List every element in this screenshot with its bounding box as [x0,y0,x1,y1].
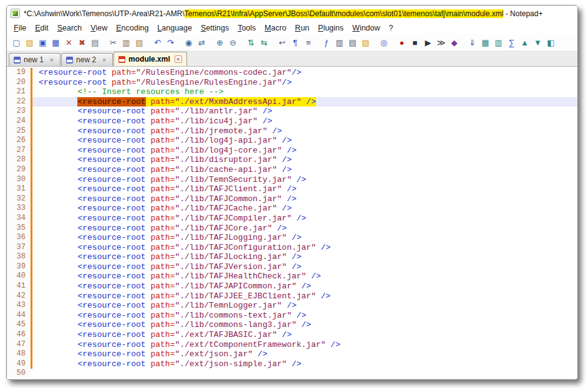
sync-vertical-icon[interactable]: ⇅ [245,37,257,49]
code-line-27[interactable]: 27 <resource-root path="./lib/log4j-core… [7,146,577,156]
menu-item-search[interactable]: Search [53,22,87,34]
menu-item-file[interactable]: File [9,22,31,34]
redo-icon[interactable]: ↷ [165,37,176,49]
menu-item-macro[interactable]: Macro [260,22,291,34]
menu-item-view[interactable]: View [86,22,112,34]
line-number[interactable]: 26 [7,136,31,146]
menu-item-window[interactable]: Window [348,22,384,34]
tab-close-icon[interactable]: × [175,55,182,63]
line-number[interactable]: 42 [7,291,31,301]
sync-horizontal-icon[interactable]: ⇆ [258,37,270,49]
code-line-50[interactable]: 50 [7,369,577,379]
code-line-28[interactable]: 28 <resource-root path="./lib/disruptor.… [7,155,577,165]
code-line-39[interactable]: 39 <resource-root path="./lib/TAFJVersio… [7,262,577,272]
line-number[interactable]: 37 [7,243,31,253]
paste-icon[interactable]: ▧ [133,37,145,49]
line-number[interactable]: 46 [7,330,31,340]
cut-icon[interactable]: ✂ [107,37,119,49]
line-number[interactable]: 25 [7,126,31,136]
code-line-42[interactable]: 42 <resource-root path="./lib/TAFJJEE_EJ… [7,291,577,301]
menu-item-settings[interactable]: Settings [196,22,233,34]
menu-item-help[interactable]: ? [385,22,398,34]
plugin-table-icon[interactable]: ▥ [493,37,504,49]
macro-record-icon[interactable]: ● [396,37,408,49]
line-number[interactable]: 31 [7,184,31,194]
function-list-icon[interactable]: ƒ [321,37,332,49]
menu-item-language[interactable]: Language [153,22,196,34]
line-number[interactable]: 20 [7,78,31,88]
code-line-20[interactable]: 20<resource-root path="/RulesEngine/Rule… [7,78,577,88]
code-line-30[interactable]: 30 <resource-root path="./lib/TemnSecuri… [7,175,577,185]
code-line-48[interactable]: 48 <resource-root path="./ext/json.jar" … [7,349,577,359]
line-number[interactable]: 30 [7,175,31,185]
code-line-23[interactable]: 23 <resource-root path="./lib/antlr.jar"… [7,106,577,116]
undo-icon[interactable]: ↶ [152,37,163,49]
macro-play-icon[interactable]: ▶ [422,37,434,49]
editor-area[interactable]: 19<resource-root path="/RulesEngine/comm… [7,67,577,379]
new-file-icon[interactable]: ▢ [11,37,22,49]
code-line-40[interactable]: 40 <resource-root path="./lib/TAFJHealth… [7,272,577,282]
menu-item-edit[interactable]: Edit [31,22,53,34]
line-number[interactable]: 36 [7,233,31,243]
line-number[interactable]: 24 [7,116,31,126]
line-number[interactable]: 19 [7,68,31,78]
macro-stop-icon[interactable]: ■ [409,37,421,49]
line-number[interactable]: 48 [7,349,31,359]
save-all-icon[interactable]: ▦ [50,37,62,49]
line-number[interactable]: 27 [7,146,31,156]
line-number[interactable]: 23 [7,106,31,116]
code-line-44[interactable]: 44 <resource-root path="./lib/commons-te… [7,311,577,321]
macro-run-multiple-icon[interactable]: ≫ [435,37,447,49]
line-number[interactable]: 29 [7,165,31,175]
code-line-43[interactable]: 43 <resource-root path="./lib/TemnLogger… [7,301,577,311]
line-number[interactable]: 32 [7,194,31,204]
code-line-37[interactable]: 37 <resource-root path="./lib/TAFJConfig… [7,243,577,253]
close-all-icon[interactable]: ✖ [76,37,88,49]
code-line-19[interactable]: 19<resource-root path="/RulesEngine/comm… [7,68,577,78]
code-line-45[interactable]: 45 <resource-root path="./lib/commons-la… [7,320,577,330]
menu-item-plugins[interactable]: Plugins [314,22,348,34]
code-line-46[interactable]: 46 <resource-root path="./ext/TAFJBASIC.… [7,330,577,340]
open-folder-icon[interactable]: ▨ [24,37,36,49]
line-number[interactable]: 43 [7,301,31,311]
line-number[interactable]: 28 [7,155,31,165]
document-list-icon[interactable]: ▤ [347,37,359,49]
zoom-out-icon[interactable]: ⊖ [227,37,239,49]
code-line-34[interactable]: 34 <resource-root path="./lib/TAFJCompil… [7,214,577,224]
plugin-sort-desc-icon[interactable]: ▼ [532,37,544,49]
code-line-47[interactable]: 47 <resource-root path="./ext/tComponent… [7,340,577,350]
line-number[interactable]: 44 [7,311,31,321]
line-number[interactable]: 21 [7,87,31,97]
line-number[interactable]: 47 [7,340,31,350]
monitoring-icon[interactable]: ◎ [378,37,390,49]
code-line-29[interactable]: 29 <resource-root path="./lib/cache-api.… [7,165,577,175]
code-line-31[interactable]: 31 <resource-root path="./lib/TAFJClient… [7,184,577,194]
line-number[interactable]: 35 [7,224,31,234]
print-icon[interactable]: ▤ [89,37,101,49]
zoom-in-icon[interactable]: ⊕ [214,37,226,49]
plugin-grid-icon[interactable]: ▦ [480,37,491,49]
line-number[interactable]: 39 [7,262,31,272]
tab-close-icon[interactable]: × [48,56,55,64]
menu-item-tools[interactable]: Tools [233,22,260,34]
line-number[interactable]: 45 [7,320,31,330]
document-map-icon[interactable]: ▥ [334,37,345,49]
line-number[interactable]: 49 [7,359,31,369]
find-icon[interactable]: ◉ [183,37,195,49]
code-line-32[interactable]: 32 <resource-root path="./lib/TAFJCommon… [7,194,577,204]
tab-close-icon[interactable]: × [100,56,108,64]
copy-icon[interactable]: ▥ [120,37,132,49]
line-number[interactable]: 22 [7,97,31,107]
code-line-21[interactable]: 21 <!-- Insert resources here --> [7,87,577,97]
line-number[interactable]: 33 [7,204,31,214]
code-line-22[interactable]: 22 <resource-root path="./ext/MxmbAddres… [7,97,577,107]
tab-new-2[interactable]: new 2× [61,53,113,66]
code-line-36[interactable]: 36 <resource-root path="./lib/TAFJLoggin… [7,233,577,243]
close-icon[interactable]: ✕ [63,37,75,49]
show-all-characters-icon[interactable]: ¶ [289,37,301,49]
code-line-41[interactable]: 41 <resource-root path="./lib/TAFJAPICom… [7,282,577,291]
code-line-49[interactable]: 49 <resource-root path="./ext/json-simpl… [7,359,577,369]
code-line-35[interactable]: 35 <resource-root path="./lib/TAFJCore.j… [7,224,577,234]
replace-icon[interactable]: ⇄ [196,37,208,49]
menu-item-run[interactable]: Run [291,22,314,34]
